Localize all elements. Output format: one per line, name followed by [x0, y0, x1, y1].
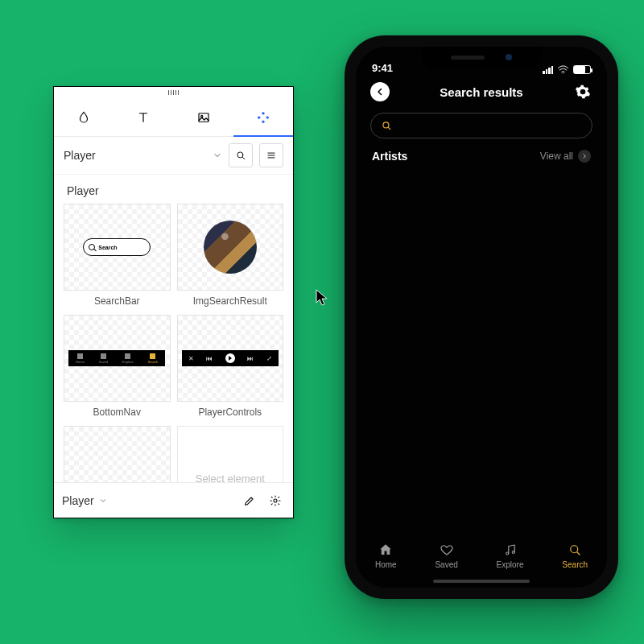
cursor-icon [316, 289, 328, 307]
phone-screen: 9:41 Search results Artists View all [356, 47, 607, 588]
tab-image[interactable] [174, 98, 233, 136]
gear-icon [269, 494, 282, 507]
category-row: Player [54, 137, 293, 175]
svg-point-10 [383, 122, 389, 128]
chevron-left-icon [375, 87, 385, 97]
music-icon [503, 543, 518, 557]
svg-rect-5 [266, 115, 269, 118]
component-icon [256, 110, 270, 125]
svg-rect-0 [199, 113, 208, 122]
svg-point-1 [200, 115, 202, 117]
panel-grip [54, 87, 293, 98]
component-card-searchbar[interactable]: Search SearchBar [64, 204, 171, 308]
chevron-down-icon [99, 497, 107, 505]
droplet-icon [76, 110, 91, 125]
component-card-placeholder[interactable]: Select element [177, 426, 284, 482]
svg-point-6 [237, 152, 243, 158]
svg-point-12 [512, 551, 514, 553]
status-time: 9:41 [372, 62, 393, 74]
svg-point-11 [506, 552, 508, 555]
nav-search[interactable]: Search [562, 543, 588, 569]
settings-button[interactable] [573, 82, 592, 101]
svg-rect-4 [258, 115, 261, 118]
signal-icon [543, 66, 553, 74]
category-dropdown-label: Player [64, 149, 96, 162]
search-icon [568, 543, 582, 557]
view-all-button[interactable]: View all [540, 150, 591, 163]
component-caption: BottomNav [64, 402, 171, 419]
gear-icon [575, 84, 591, 100]
component-card-playercontrols[interactable]: ✕⏮⏭⤢ PlayerControls [177, 315, 284, 419]
search-icon [235, 150, 246, 161]
text-icon [136, 110, 151, 125]
panel-tab-strip [54, 98, 293, 137]
panel-list-button[interactable] [259, 143, 283, 167]
component-caption: ImgSearchResult [177, 291, 284, 308]
image-icon [196, 110, 211, 125]
component-card-imgsearchresult[interactable]: ImgSearchResult [177, 204, 284, 308]
section-label: Artists [372, 150, 407, 163]
search-icon [381, 120, 392, 131]
tab-text[interactable] [114, 98, 173, 136]
playercontrols-preview: ✕⏮⏭⤢ [182, 350, 279, 366]
component-card-bottomnav[interactable]: Home Saved Explore Search BottomNav [64, 315, 171, 419]
section-heading: Player [54, 175, 293, 204]
category-dropdown[interactable]: Player [64, 143, 222, 167]
app-header: Search results [356, 76, 607, 106]
nav-home[interactable]: Home [375, 543, 397, 569]
nav-explore[interactable]: Explore [497, 543, 524, 569]
svg-rect-2 [262, 111, 265, 114]
search-input[interactable] [398, 120, 582, 132]
chevron-down-icon [213, 151, 222, 160]
panel-footer: Player [54, 482, 293, 518]
svg-point-9 [581, 90, 584, 93]
list-icon [266, 150, 277, 161]
artists-section-header: Artists View all [356, 150, 607, 163]
component-caption: PlayerControls [177, 402, 284, 419]
chevron-right-icon [578, 150, 591, 163]
placeholder-label: Select element [196, 473, 265, 483]
nav-saved[interactable]: Saved [435, 543, 457, 569]
phone-notch [421, 47, 542, 68]
component-panel: Player Player Search SearchBar ImgSearch… [53, 86, 294, 518]
search-field[interactable] [370, 113, 592, 138]
searchbar-preview: Search [83, 238, 151, 256]
footer-dropdown[interactable]: Player [62, 494, 233, 507]
svg-point-8 [563, 72, 564, 73]
wifi-icon [557, 65, 569, 74]
svg-point-13 [571, 545, 578, 552]
component-caption: SearchBar [64, 291, 171, 308]
heart-icon [440, 543, 454, 557]
battery-icon [573, 65, 591, 74]
component-grid: Search SearchBar ImgSearchResult Home Sa… [54, 204, 293, 482]
panel-search-button[interactable] [229, 143, 253, 167]
phone-frame: 9:41 Search results Artists View all [345, 35, 618, 599]
home-indicator [433, 580, 530, 583]
edit-button[interactable] [240, 491, 259, 510]
page-title: Search results [440, 85, 522, 99]
avatar-preview [204, 221, 257, 274]
pencil-icon [243, 494, 256, 507]
home-icon [378, 543, 393, 557]
settings-button[interactable] [266, 491, 285, 510]
bottomnav-preview: Home Saved Explore Search [68, 350, 165, 366]
search-icon [89, 244, 95, 250]
component-card-empty[interactable] [64, 426, 171, 482]
tab-fill[interactable] [54, 98, 114, 136]
back-button[interactable] [370, 82, 390, 101]
tab-component[interactable] [233, 98, 293, 136]
svg-rect-3 [262, 120, 265, 123]
results-area [356, 163, 607, 536]
svg-point-7 [274, 499, 277, 502]
